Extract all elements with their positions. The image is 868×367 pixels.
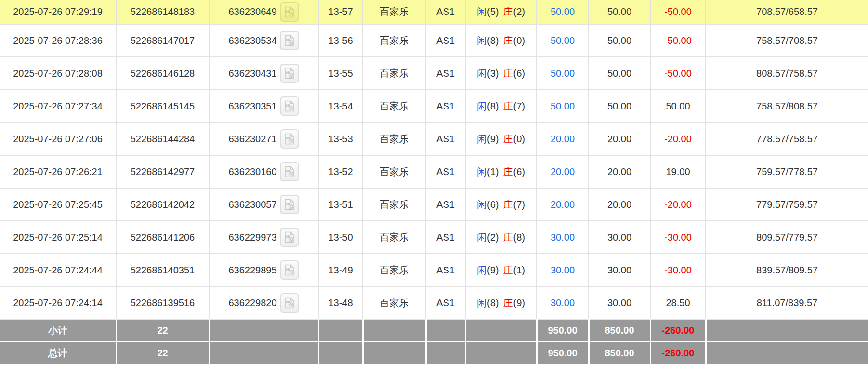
round-number: 13-57 [318, 0, 363, 24]
game-type: 百家乐 [363, 122, 426, 155]
bet-history-table: 2025-07-26 07:29:19 522686148183 6362306… [0, 0, 868, 364]
winloss-amount: 50.00 [650, 90, 706, 122]
video-replay-button[interactable] [280, 260, 299, 280]
table-summary: 小计 22 950.00 850.00 -260.00 总计 22 950.00… [0, 319, 868, 364]
table-code: AS1 [426, 57, 465, 90]
table-row[interactable]: 2025-07-26 07:24:14 522686139516 6362298… [0, 286, 868, 319]
video-replay-button[interactable] [280, 162, 299, 181]
game-type: 百家乐 [363, 254, 426, 286]
bet-id: 522686139516 [116, 286, 209, 319]
video-file-icon [284, 100, 295, 112]
table-row[interactable]: 2025-07-26 07:25:45 522686142042 6362300… [0, 188, 868, 221]
table-row[interactable]: 2025-07-26 07:24:44 522686140351 6362298… [0, 254, 868, 286]
bet-amount: 30.00 [537, 221, 589, 254]
balance: 778.57/758.57 [706, 122, 868, 155]
round-number: 13-52 [318, 155, 363, 188]
winloss-amount: -30.00 [650, 254, 706, 286]
round-number: 13-49 [318, 254, 363, 286]
bet-id: 522686147017 [116, 24, 209, 57]
video-replay-button[interactable] [280, 64, 299, 83]
player-score: (1) [487, 166, 499, 177]
game-id-cell: 636230160 [209, 155, 318, 188]
banker-label: 庄 [503, 265, 513, 275]
table-row[interactable]: 2025-07-26 07:28:08 522686146128 6362304… [0, 57, 868, 90]
video-replay-button[interactable] [280, 96, 299, 116]
game-type: 百家乐 [363, 155, 426, 188]
player-score: (8) [487, 298, 499, 308]
valid-amount: 50.00 [589, 24, 650, 57]
total-row: 总计 22 950.00 850.00 -260.00 [0, 342, 868, 364]
video-file-icon [284, 199, 295, 210]
table-code: AS1 [426, 90, 465, 122]
table-row[interactable]: 2025-07-26 07:28:36 522686147017 6362305… [0, 24, 868, 57]
table-row[interactable]: 2025-07-26 07:25:14 522686141206 6362299… [0, 221, 868, 254]
table-row[interactable]: 2025-07-26 07:27:34 522686145145 6362303… [0, 90, 868, 122]
game-type: 百家乐 [363, 286, 426, 319]
bet-time: 2025-07-26 07:27:06 [0, 122, 116, 155]
game-id-cell: 636230431 [209, 57, 318, 90]
empty-cell [706, 319, 868, 342]
table-row[interactable]: 2025-07-26 07:26:21 522686142977 6362301… [0, 155, 868, 188]
winloss-amount: -50.00 [650, 24, 706, 57]
video-file-icon [284, 68, 295, 79]
video-replay-button[interactable] [280, 31, 299, 50]
table-code: AS1 [426, 188, 465, 221]
banker-score: (6) [513, 166, 525, 177]
player-label: 闲 [477, 298, 487, 308]
player-score: (2) [487, 232, 499, 243]
player-label: 闲 [477, 6, 487, 17]
bet-amount: 50.00 [537, 90, 589, 122]
result-cell: 闲(8)庄(9) [465, 286, 537, 319]
video-replay-button[interactable] [280, 195, 299, 214]
table-code: AS1 [426, 24, 465, 57]
video-replay-button[interactable] [280, 129, 299, 149]
empty-cell [209, 319, 318, 342]
total-valid: 850.00 [589, 342, 650, 364]
video-file-icon [284, 166, 295, 177]
round-number: 13-48 [318, 286, 363, 319]
round-number: 13-50 [318, 221, 363, 254]
subtotal-row: 小计 22 950.00 850.00 -260.00 [0, 319, 868, 342]
winloss-amount: -50.00 [650, 57, 706, 90]
bet-amount: 20.00 [537, 122, 589, 155]
bet-id: 522686142042 [116, 188, 209, 221]
table-row[interactable]: 2025-07-26 07:29:19 522686148183 6362306… [0, 0, 868, 24]
table-code: AS1 [426, 122, 465, 155]
banker-score: (7) [513, 101, 525, 111]
game-id: 636230271 [228, 134, 276, 145]
balance: 779.57/759.57 [706, 188, 868, 221]
video-replay-button[interactable] [280, 2, 299, 22]
banker-score: (7) [513, 199, 525, 210]
bet-id: 522686144284 [116, 122, 209, 155]
table-body: 2025-07-26 07:29:19 522686148183 6362306… [0, 0, 868, 319]
banker-score: (2) [513, 6, 525, 17]
balance: 758.57/808.57 [706, 90, 868, 122]
result-cell: 闲(9)庄(1) [465, 254, 537, 286]
bet-id: 522686145145 [116, 90, 209, 122]
game-id: 636230534 [228, 35, 276, 46]
banker-label: 庄 [503, 6, 513, 17]
empty-cell [363, 319, 426, 342]
result-cell: 闲(8)庄(7) [465, 90, 537, 122]
game-id: 636229820 [228, 298, 276, 309]
bet-time: 2025-07-26 07:27:34 [0, 90, 116, 122]
result-cell: 闲(2)庄(8) [465, 221, 537, 254]
video-file-icon [284, 297, 295, 309]
bet-amount: 20.00 [537, 155, 589, 188]
result-cell: 闲(8)庄(0) [465, 24, 537, 57]
banker-score: (8) [513, 232, 525, 243]
valid-amount: 30.00 [589, 254, 650, 286]
game-type: 百家乐 [363, 24, 426, 57]
game-id-cell: 636229820 [209, 286, 318, 319]
balance: 809.57/779.57 [706, 221, 868, 254]
game-id-cell: 636230649 [209, 0, 318, 24]
table-row[interactable]: 2025-07-26 07:27:06 522686144284 6362302… [0, 122, 868, 155]
video-replay-button[interactable] [280, 228, 299, 247]
valid-amount: 50.00 [589, 90, 650, 122]
subtotal-label: 小计 [0, 319, 116, 342]
balance: 808.57/758.57 [706, 57, 868, 90]
bet-amount: 50.00 [537, 57, 589, 90]
valid-amount: 30.00 [589, 221, 650, 254]
video-replay-button[interactable] [280, 293, 299, 313]
banker-label: 庄 [503, 134, 513, 144]
